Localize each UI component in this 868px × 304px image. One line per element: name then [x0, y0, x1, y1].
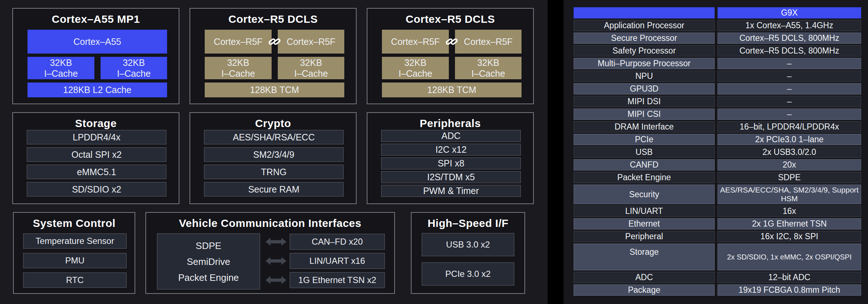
l2-cache-cell: 128KB L2 Cache — [27, 83, 167, 97]
spec-value: – — [718, 109, 861, 120]
block-title: Cortex–R5 DCLS — [367, 13, 533, 25]
block-title: Peripherals — [367, 117, 533, 130]
block-title: Cortex–R5 DCLS — [190, 13, 356, 25]
spec-header-label — [574, 7, 715, 18]
peripheral-item: I2C x12 — [381, 144, 521, 156]
hsif-item: USB 3.0 x2 — [422, 233, 514, 256]
peripheral-item: SPI x8 — [381, 157, 521, 169]
bidirectional-arrow-icon — [265, 275, 286, 285]
icache-size: 32KB — [300, 57, 322, 68]
icache-label: I–Cache — [399, 68, 432, 79]
tcm-cell: 128KB TCM — [205, 83, 344, 97]
spec-label: Multi–Purpose Processor — [574, 58, 715, 69]
icache-label: I–Cache — [471, 68, 505, 79]
system-control-item: PMU — [23, 253, 127, 268]
spec-label: Storage — [574, 244, 715, 270]
spec-value: 16–bit, LPDDR4/LPDDR4x — [718, 121, 861, 132]
spec-value: 20x — [718, 159, 861, 170]
system-control-block: System Control Temperature Sensor PMU RT… — [13, 212, 135, 294]
spec-value: SDPE — [718, 172, 861, 183]
spec-value: 2x USB3.0/2.0 — [718, 147, 861, 158]
table-row: LIN/UART 16x — [574, 206, 861, 217]
block-title: System Control — [14, 217, 135, 229]
spec-value: 2x PCIe3.0 1–lane — [718, 134, 861, 145]
engine-line: Packet Engine — [178, 270, 239, 286]
block-title: Storage — [13, 117, 179, 130]
spec-header-value: G9X — [718, 7, 861, 18]
storage-item: LPDDR4/4x — [27, 130, 166, 144]
cortex-r5-dcls-block-2: Cortex–R5 DCLS Cortex–R5F Cortex–R5F 32K… — [367, 8, 534, 104]
spec-label: Safety Processor — [574, 45, 715, 56]
spec-label: USB — [574, 147, 715, 158]
spec-label: Packet Engine — [574, 172, 715, 183]
spec-label: NPU — [574, 71, 715, 82]
spec-label: Peripheral — [574, 231, 715, 242]
spec-value: 2x SD/SDIO, 1x eMMC, 2x OSPI/QSPI — [718, 244, 861, 270]
table-row: GPU3D – — [574, 83, 861, 94]
spec-table: G9X Application Processor 1x Cortex–A55,… — [574, 7, 861, 297]
cortex-r5f-core-cell: Cortex–R5F — [278, 30, 344, 54]
storage-block: Storage LPDDR4/4x Octal SPI x2 eMMC5.1 S… — [12, 112, 179, 204]
table-row: ADC 12–bit ADC — [574, 272, 861, 283]
table-row: Peripheral 16x I2C, 8x SPI — [574, 231, 861, 242]
table-row: Safety Processor Cortex–R5 DCLS, 800MHz — [574, 45, 861, 56]
vehicle-communication-block: Vehicle Communication Interfaces SDPE Se… — [145, 212, 395, 294]
chain-link-icon — [444, 34, 459, 49]
block-title: Crypto — [190, 117, 356, 130]
icache-size: 32KB — [477, 57, 499, 68]
spec-value: 16x I2C, 8x SPI — [718, 231, 861, 242]
tcm-cell: 128KB TCM — [382, 83, 522, 97]
icache-cell: 32KB I–Cache — [205, 57, 272, 79]
icache-cell: 32KB I–Cache — [278, 57, 344, 79]
spec-table-panel: G9X Application Processor 1x Cortex–A55,… — [563, 0, 868, 304]
table-header-row: G9X — [574, 7, 861, 18]
spec-label: Package — [574, 284, 715, 296]
table-row: Ethernet 2x 1G Ethernet TSN — [574, 218, 861, 229]
block-diagram-panel: Cortex–A55 MP1 Cortex–A55 32KB I–Cache 3… — [0, 0, 548, 304]
table-row: Multi–Purpose Processor – — [574, 58, 861, 69]
spec-label: Ethernet — [574, 218, 715, 229]
spec-value: AES/RSA/ECC/SHA, SM2/3/4/9, Support HSM — [718, 185, 861, 204]
spec-label: DRAM Interface — [574, 121, 715, 132]
spec-value: – — [718, 83, 861, 94]
icache-cell: 32KB I–Cache — [382, 57, 449, 79]
vci-interface-cell: LIN/UART x16 — [290, 253, 385, 269]
icache-size: 32KB — [227, 57, 249, 68]
spec-value: 12–bit ADC — [718, 272, 861, 283]
icache-cell: 32KB I–Cache — [455, 57, 522, 79]
high-speed-if-block: High–Speed I/F USB 3.0 x2 PCIe 3.0 x2 — [411, 212, 525, 294]
spec-value: 19x19 FCBGA 0.8mm Pitch — [718, 284, 861, 296]
storage-item: SD/SDIO x2 — [27, 182, 166, 197]
table-row: Secure Processor Cortex–R5 DCLS, 800MHz — [574, 33, 861, 44]
soc-block-diagram-page: Cortex–A55 MP1 Cortex–A55 32KB I–Cache 3… — [0, 0, 868, 304]
table-row: Package 19x19 FCBGA 0.8mm Pitch — [574, 284, 861, 296]
spec-value: Cortex–R5 DCLS, 800MHz — [718, 45, 861, 56]
crypto-item: SM2/3/4/9 — [204, 147, 344, 162]
table-row: MIPI CSI – — [574, 109, 861, 120]
crypto-item: Secure RAM — [204, 182, 344, 197]
table-row: Packet Engine SDPE — [574, 172, 861, 183]
icache-size: 32KB — [50, 57, 72, 68]
spec-label: MIPI DSI — [574, 96, 715, 107]
spec-value: 16x — [718, 206, 861, 217]
block-title: Cortex–A55 MP1 — [13, 13, 179, 25]
cortex-r5f-core-cell: Cortex–R5F — [205, 30, 272, 54]
cortex-a55-mp1-block: Cortex–A55 MP1 Cortex–A55 32KB I–Cache 3… — [12, 8, 179, 104]
spec-label: CANFD — [574, 159, 715, 170]
block-title: High–Speed I/F — [412, 217, 524, 229]
cortex-r5f-core-cell: Cortex–R5F — [455, 30, 522, 54]
system-control-item: RTC — [23, 273, 127, 288]
hsif-item: PCIe 3.0 x2 — [422, 262, 514, 286]
table-row: NPU – — [574, 71, 861, 82]
table-row: DRAM Interface 16–bit, LPDDR4/LPDDR4x — [574, 121, 861, 132]
table-row: Security AES/RSA/ECC/SHA, SM2/3/4/9, Sup… — [574, 185, 861, 204]
crypto-item: AES/SHA/RSA/ECC — [204, 130, 344, 144]
vci-interface-cell: CAN–FD x20 — [290, 234, 385, 250]
spec-value: 1x Cortex–A55, 1.4GHz — [718, 20, 861, 31]
icache-label: I–Cache — [221, 68, 255, 79]
chain-link-icon — [267, 34, 282, 49]
icache-cell: 32KB I–Cache — [101, 57, 167, 79]
spec-label: Secure Processor — [574, 33, 715, 44]
peripheral-item: I2S/TDM x5 — [381, 171, 521, 183]
spec-label: Security — [574, 185, 715, 204]
